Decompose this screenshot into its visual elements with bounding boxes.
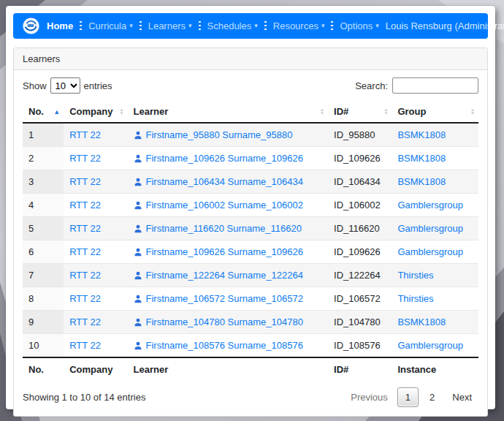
table-row: 9RTT 22Firstname_104780 Surname_104780ID… [23, 311, 478, 334]
column-header-id[interactable]: ID#▲▼ [328, 101, 392, 123]
nav-item-options[interactable]: Options▾ [340, 20, 378, 31]
previous-page-button[interactable]: Previous [344, 388, 394, 406]
person-icon [134, 224, 142, 233]
table-row: 8RTT 22Firstname_106572 Surname_106572ID… [23, 287, 478, 311]
cell-id: ID_106434 [328, 170, 392, 194]
page: HomeCurricula▾Learners▾Schedules▾Resourc… [6, 6, 495, 409]
group-link[interactable]: Thirsties [397, 270, 433, 281]
table-footer-row: No.CompanyLearnerID#Instance [23, 357, 478, 381]
company-link[interactable]: RTT 22 [69, 129, 101, 140]
chevron-down-icon: ▾ [375, 23, 379, 29]
cell-learner: Firstname_122264 Surname_122264 [128, 264, 329, 287]
cell-group: BSMK1808 [392, 170, 478, 194]
group-link[interactable]: Gamblersgroup [397, 246, 463, 257]
cell-learner: Firstname_109626 Surname_109626 [128, 147, 329, 170]
page-button-1[interactable]: 1 [397, 387, 419, 407]
group-link[interactable]: BSMK1808 [397, 176, 446, 187]
column-header-group[interactable]: Group▲▼ [392, 101, 478, 123]
learner-link[interactable]: Firstname_122264 Surname_122264 [134, 270, 323, 281]
learner-link[interactable]: Firstname_95880 Surname_95880 [134, 129, 323, 140]
group-link[interactable]: BSMK1808 [397, 153, 446, 164]
sort-both-icon: ▲▼ [320, 108, 324, 115]
pagination: Previous 12 Next [344, 387, 478, 407]
cell-company: RTT 22 [64, 264, 127, 287]
column-header-no[interactable]: No.▲ [23, 101, 64, 123]
learner-link[interactable]: Firstname_106572 Surname_106572 [134, 293, 323, 304]
learner-link[interactable]: Firstname_116620 Surname_116620 [134, 223, 323, 234]
group-link[interactable]: BSMK1808 [397, 316, 446, 327]
person-icon [134, 201, 142, 210]
search-label: Search: [355, 80, 388, 91]
brand-logo-icon[interactable] [22, 17, 40, 35]
learner-name: Firstname_106572 Surname_106572 [146, 293, 303, 304]
cell-company: RTT 22 [64, 240, 127, 264]
learner-name: Firstname_95880 Surname_95880 [146, 129, 293, 140]
nav-item-label: Resources [273, 20, 318, 31]
cell-learner: Firstname_106434 Surname_106434 [128, 170, 329, 194]
company-link[interactable]: RTT 22 [69, 316, 101, 327]
learner-link[interactable]: Firstname_109626 Surname_109626 [134, 153, 323, 164]
table-row: 6RTT 22Firstname_109626 Surname_109626ID… [23, 240, 478, 264]
nav-separator-icon [264, 21, 267, 31]
cell-group: BSMK1808 [392, 123, 478, 147]
cell-learner: Firstname_104780 Surname_104780 [128, 311, 329, 334]
nav-item-learners[interactable]: Learners▾ [148, 20, 192, 31]
group-link[interactable]: Gamblersgroup [397, 223, 463, 234]
table-row: 3RTT 22Firstname_106434 Surname_106434ID… [23, 170, 478, 194]
search-control: Search: [355, 77, 478, 94]
table-row: 7RTT 22Firstname_122264 Surname_122264ID… [23, 264, 478, 287]
page-button-2[interactable]: 2 [421, 387, 443, 407]
nav-separator-icon [80, 21, 82, 31]
learner-link[interactable]: Firstname_106002 Surname_106002 [134, 200, 323, 210]
company-link[interactable]: RTT 22 [69, 176, 101, 187]
column-header-company[interactable]: Company▲▼ [64, 101, 127, 123]
company-link[interactable]: RTT 22 [69, 270, 101, 281]
cell-learner: Firstname_108576 Surname_108576 [128, 334, 329, 358]
learners-panel: Learners Show 10 entries Search: [13, 48, 488, 417]
cell-company: RTT 22 [64, 311, 127, 334]
company-link[interactable]: RTT 22 [69, 340, 101, 351]
search-input[interactable] [392, 77, 478, 94]
nav-item-schedules[interactable]: Schedules▾ [207, 20, 258, 31]
table-row: 4RTT 22Firstname_106002 Surname_106002ID… [23, 194, 478, 217]
column-header-learner[interactable]: Learner▲▼ [128, 101, 329, 123]
learner-link[interactable]: Firstname_109626 Surname_109626 [134, 246, 323, 257]
person-icon [134, 318, 142, 327]
group-link[interactable]: Thirsties [397, 293, 433, 304]
cell-group: Gamblersgroup [392, 240, 478, 264]
column-header-label: Learner [134, 106, 169, 117]
company-link[interactable]: RTT 22 [69, 153, 101, 164]
column-header-label: No. [28, 106, 44, 117]
group-link[interactable]: Gamblersgroup [397, 200, 463, 210]
page-length-select[interactable]: 10 [50, 77, 80, 94]
table-row: 2RTT 22Firstname_109626 Surname_109626ID… [23, 147, 478, 170]
learner-link[interactable]: Firstname_106434 Surname_106434 [134, 176, 323, 187]
nav-item-home[interactable]: Home [47, 20, 73, 31]
learner-link[interactable]: Firstname_108576 Surname_108576 [134, 340, 323, 351]
company-link[interactable]: RTT 22 [69, 246, 101, 257]
group-link[interactable]: Gamblersgroup [397, 340, 463, 351]
company-link[interactable]: RTT 22 [69, 293, 101, 304]
learner-name: Firstname_109626 Surname_109626 [146, 153, 303, 164]
learner-name: Firstname_116620 Surname_116620 [146, 223, 302, 234]
nav-item-curricula[interactable]: Curricula▾ [88, 20, 133, 31]
cell-group: Gamblersgroup [392, 334, 478, 358]
cell-learner: Firstname_106002 Surname_106002 [128, 194, 329, 217]
table-row: 1RTT 22Firstname_95880 Surname_95880ID_9… [23, 123, 478, 147]
company-link[interactable]: RTT 22 [69, 223, 101, 234]
person-icon [134, 154, 142, 163]
cell-learner: Firstname_116620 Surname_116620 [128, 217, 329, 240]
cell-no: 1 [23, 123, 64, 147]
chevron-down-icon: ▾ [254, 23, 258, 29]
chevron-down-icon: ▾ [188, 23, 192, 29]
learner-link[interactable]: Firstname_104780 Surname_104780 [134, 316, 323, 327]
person-icon [134, 295, 142, 303]
person-icon [134, 248, 142, 257]
next-page-button[interactable]: Next [446, 388, 478, 406]
group-link[interactable]: BSMK1808 [397, 129, 446, 140]
nav-item-resources[interactable]: Resources▾ [273, 20, 325, 31]
learner-name: Firstname_106002 Surname_106002 [146, 200, 303, 210]
cell-no: 8 [23, 287, 64, 311]
company-link[interactable]: RTT 22 [69, 200, 101, 210]
nav-user-label[interactable]: Louis Rensburg (Administrator) [386, 20, 504, 31]
